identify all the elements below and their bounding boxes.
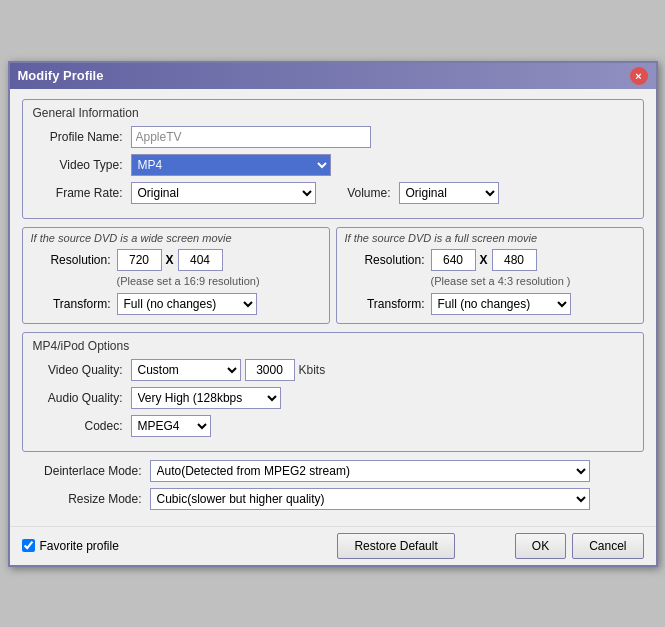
wide-x-separator: X	[166, 253, 174, 267]
deinterlace-select[interactable]: Auto(Detected from MPEG2 stream) NoneFor…	[150, 460, 590, 482]
favorite-label: Favorite profile	[40, 539, 119, 553]
volume-select[interactable]: Original 50%100%150%200%	[399, 182, 499, 204]
wide-screen-title: If the source DVD is a wide screen movie	[31, 232, 321, 244]
restore-default-button[interactable]: Restore Default	[337, 533, 454, 559]
frame-rate-select[interactable]: Original 23.976242529.9730	[131, 182, 316, 204]
wide-transform-select[interactable]: Full (no changes) LetterboxPan & ScanAna…	[117, 293, 257, 315]
audio-quality-label: Audio Quality:	[33, 391, 123, 405]
full-resolution-label: Resolution:	[345, 253, 425, 267]
full-x-separator: X	[480, 253, 488, 267]
wide-transform-label: Transform:	[31, 297, 111, 311]
video-type-label: Video Type:	[33, 158, 123, 172]
dialog-body: General Information Profile Name: Video …	[10, 89, 656, 526]
kbits-label: Kbits	[299, 363, 326, 377]
wide-resolution-label: Resolution:	[31, 253, 111, 267]
video-type-row: Video Type: MP4 AVI MKV	[33, 154, 633, 176]
mp4-legend: MP4/iPod Options	[33, 339, 633, 353]
title-bar: Modify Profile ×	[10, 63, 656, 89]
general-legend: General Information	[33, 106, 633, 120]
wide-resolution-row: Resolution: X	[31, 249, 321, 271]
wide-screen-section: If the source DVD is a wide screen movie…	[22, 227, 330, 324]
resize-label: Resize Mode:	[22, 492, 142, 506]
video-quality-label: Video Quality:	[33, 363, 123, 377]
wide-transform-row: Transform: Full (no changes) LetterboxPa…	[31, 293, 321, 315]
close-button[interactable]: ×	[630, 67, 648, 85]
full-transform-row: Transform: Full (no changes) LetterboxPa…	[345, 293, 635, 315]
volume-label: Volume:	[336, 186, 391, 200]
deinterlace-label: Deinterlace Mode:	[22, 464, 142, 478]
wide-res-w-input[interactable]	[117, 249, 162, 271]
audio-quality-row: Audio Quality: Very High (128kbps High (…	[33, 387, 633, 409]
frame-rate-label: Frame Rate:	[33, 186, 123, 200]
dialog-title: Modify Profile	[18, 68, 104, 83]
full-hint: (Please set a 4:3 resolution )	[431, 275, 635, 287]
profile-name-label: Profile Name:	[33, 130, 123, 144]
deinterlace-row: Deinterlace Mode: Auto(Detected from MPE…	[22, 460, 644, 482]
screen-sections: If the source DVD is a wide screen movie…	[22, 227, 644, 324]
codec-select[interactable]: MPEG4 H.264H.265	[131, 415, 211, 437]
wide-hint: (Please set a 16:9 resolution)	[117, 275, 321, 287]
full-screen-title: If the source DVD is a full screen movie	[345, 232, 635, 244]
favorite-checkbox[interactable]	[22, 539, 35, 552]
audio-quality-select[interactable]: Very High (128kbps High (96kbps)Medium (…	[131, 387, 281, 409]
full-resolution-row: Resolution: X	[345, 249, 635, 271]
full-screen-section: If the source DVD is a full screen movie…	[336, 227, 644, 324]
mp4-section: MP4/iPod Options Video Quality: Custom L…	[22, 332, 644, 452]
dialog-footer: Favorite profile Restore Default OK Canc…	[10, 526, 656, 565]
codec-row: Codec: MPEG4 H.264H.265	[33, 415, 633, 437]
ok-button[interactable]: OK	[515, 533, 566, 559]
codec-label: Codec:	[33, 419, 123, 433]
frame-rate-row: Frame Rate: Original 23.976242529.9730 V…	[33, 182, 633, 204]
video-quality-select[interactable]: Custom LowMediumHighVery High	[131, 359, 241, 381]
cancel-button[interactable]: Cancel	[572, 533, 643, 559]
resize-row: Resize Mode: Cubic(slower but higher qua…	[22, 488, 644, 510]
full-transform-label: Transform:	[345, 297, 425, 311]
favorite-row: Favorite profile	[22, 539, 332, 553]
full-transform-select[interactable]: Full (no changes) LetterboxPan & ScanAna…	[431, 293, 571, 315]
video-quality-row: Video Quality: Custom LowMediumHighVery …	[33, 359, 633, 381]
full-res-h-input[interactable]	[492, 249, 537, 271]
wide-res-h-input[interactable]	[178, 249, 223, 271]
profile-name-input[interactable]	[131, 126, 371, 148]
full-res-w-input[interactable]	[431, 249, 476, 271]
modify-profile-dialog: Modify Profile × General Information Pro…	[8, 61, 658, 567]
resize-select[interactable]: Cubic(slower but higher quality) Bilinea…	[150, 488, 590, 510]
video-type-select[interactable]: MP4 AVI MKV	[131, 154, 331, 176]
kbits-input[interactable]	[245, 359, 295, 381]
general-information-section: General Information Profile Name: Video …	[22, 99, 644, 219]
profile-name-row: Profile Name:	[33, 126, 633, 148]
